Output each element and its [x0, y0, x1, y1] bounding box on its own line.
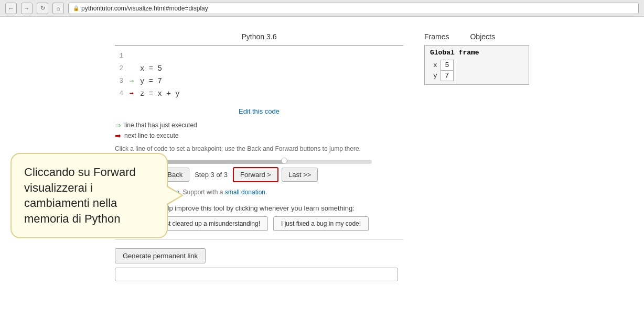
line-num-3: 3: [115, 75, 123, 87]
arrow-2: →: [126, 62, 137, 75]
code-text-4: z = x + y: [140, 87, 180, 100]
line-num-2: 2: [115, 62, 123, 75]
edit-link-anchor[interactable]: Edit this code: [239, 107, 280, 115]
table-row: y 7: [430, 71, 453, 81]
legend-green-text: line that has just executed: [124, 120, 197, 130]
forward-button-step[interactable]: Forward >: [233, 167, 278, 182]
code-lines: 1 → 2 → x = 5 3 ⇒ y = 7 4: [115, 50, 403, 100]
frames-header: Frames Objects: [424, 32, 529, 41]
permanent-link-section: Generate permanent link: [115, 248, 403, 281]
code-line-4[interactable]: 4 ➡ z = x + y: [115, 87, 403, 100]
frame-table: x 5 y 7: [430, 60, 454, 81]
code-text-3: y = 7: [140, 75, 162, 87]
feedback-btn-2[interactable]: I just fixed a bug in my code!: [273, 216, 369, 231]
var-value-y: 7: [441, 71, 453, 81]
legend-red-text: next line to execute: [124, 130, 178, 141]
refresh-button[interactable]: ↻: [37, 3, 48, 14]
last-button[interactable]: Last >>: [282, 168, 318, 182]
legend-green: ⇒ line that has just executed: [115, 120, 403, 130]
step-info: Step 3 of 3: [195, 171, 228, 179]
credit-text-middle: . Support with a: [179, 189, 225, 196]
legend: ⇒ line that has just executed ➡ next lin…: [115, 120, 403, 141]
feedback-title-text: elp improve this tool by clicking whenev…: [164, 204, 354, 212]
legend-green-arrow: ⇒: [115, 120, 121, 130]
address-bar[interactable]: 🔒 pythontutor.com/visualize.html#mode=di…: [68, 3, 639, 14]
code-line-2[interactable]: 2 → x = 5: [115, 62, 403, 75]
callout-bubble: Cliccando su Forward visualizzerai i cam…: [10, 153, 168, 238]
divider-line: [115, 239, 403, 240]
table-row: x 5: [430, 60, 453, 71]
arrow-4-red: ➡: [126, 87, 137, 100]
var-name-x: x: [430, 60, 441, 71]
back-button[interactable]: ←: [5, 3, 17, 14]
code-text-2: x = 5: [140, 62, 162, 75]
global-frame-title: Global frame: [430, 49, 523, 57]
credit-text-after: .: [265, 189, 267, 196]
frames-label: Frames: [424, 32, 449, 41]
code-divider: [115, 45, 403, 46]
home-button[interactable]: ⌂: [52, 3, 64, 14]
browser-toolbar: ← → ↻ ⌂ 🔒 pythontutor.com/visualize.html…: [0, 0, 644, 17]
legend-red: ➡ next line to execute: [115, 130, 403, 141]
permanent-link-input[interactable]: [115, 268, 398, 281]
line-num-4: 4: [115, 87, 123, 100]
url-text: pythontutor.com/visualize.html#mode=disp…: [81, 5, 208, 12]
progress-thumb: [281, 158, 287, 164]
edit-link[interactable]: Edit this code: [115, 106, 403, 116]
frames-panel: Frames Objects Global frame x 5 y 7: [424, 32, 529, 85]
code-line-1[interactable]: 1 →: [115, 50, 403, 62]
global-frame: Global frame x 5 y 7: [424, 45, 529, 85]
main-content: Cliccando su Forward visualizzerai i cam…: [0, 17, 644, 281]
legend-red-arrow: ➡: [115, 130, 121, 141]
callout-text: Cliccando su Forward visualizzerai i cam…: [24, 166, 136, 225]
code-panel-title: Python 3.6: [115, 32, 403, 41]
var-name-y: y: [430, 71, 441, 81]
generate-link-button[interactable]: Generate permanent link: [115, 248, 206, 263]
forward-button[interactable]: →: [21, 3, 33, 14]
line-num-1: 1: [115, 50, 123, 62]
breakpoint-hint: Click a line of code to set a breakpoint…: [115, 145, 403, 152]
objects-label: Objects: [470, 32, 495, 41]
lock-icon: 🔒: [73, 5, 79, 11]
donation-link[interactable]: small donation: [225, 189, 265, 196]
arrow-3-green: ⇒: [126, 75, 137, 87]
var-value-x: 5: [441, 60, 453, 71]
arrow-1: →: [126, 50, 137, 62]
code-text-1: [140, 50, 144, 62]
code-line-3[interactable]: 3 ⇒ y = 7: [115, 75, 403, 87]
visualizer-container: Python 3.6 1 → 2 → x = 5 3 ⇒: [115, 32, 529, 281]
